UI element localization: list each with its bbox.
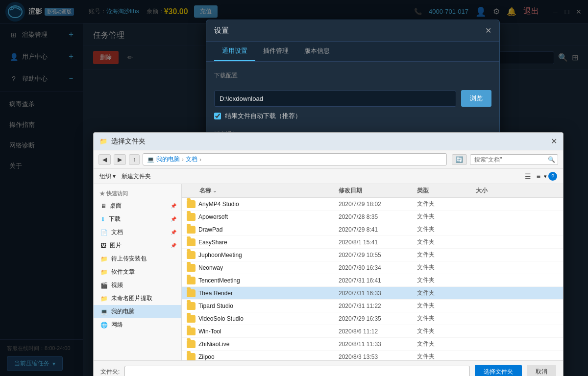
fb-search-input[interactable] (474, 156, 548, 163)
dialog-close-button[interactable]: ✕ (485, 27, 491, 35)
path-computer[interactable]: 我的电脑 (156, 155, 180, 164)
fb-footer-input[interactable] (124, 366, 470, 376)
file-row[interactable]: Neonway 2020/7/30 16:34 文件夹 (182, 261, 563, 274)
col-header-name[interactable]: 名称 ⌄ (182, 187, 339, 195)
file-row[interactable]: Win-Tool 2020/8/6 11:12 文件夹 (182, 325, 563, 338)
fb-search-icon: 🔍 (548, 156, 555, 163)
fb-forward-button[interactable]: ▶ (114, 154, 126, 165)
folder-icon (187, 264, 196, 272)
fb-path-bar: 💻 我的电脑 › 文档 › (143, 153, 447, 165)
folder-icon (187, 315, 196, 323)
sidebar-desktop[interactable]: 🖥 桌面 📌 (94, 199, 181, 212)
file-row[interactable]: ZhiNiaoLive 2020/8/11 11:33 文件夹 (182, 338, 563, 351)
file-name: JuphoonMeeting (182, 251, 339, 259)
fb-action-row: 组织 ▾ 新建文件夹 ☰ ≡ ▾ ? (94, 169, 563, 184)
fb-list-header: 名称 ⌄ 修改日期 类型 大小 (182, 184, 563, 198)
auto-download-checkbox[interactable] (214, 113, 221, 119)
file-row[interactable]: Thea Render 2020/7/31 16:33 文件夹 (182, 287, 563, 300)
sidebar-pictures[interactable]: 🖼 图片 📌 (94, 239, 181, 252)
file-row[interactable]: JuphoonMeeting 2020/7/29 10:55 文件夹 (182, 249, 563, 261)
file-row[interactable]: Tipard Studio 2020/7/31 11:22 文件夹 (182, 300, 563, 312)
quick-access-section: ★ 快速访问 (94, 188, 181, 199)
file-name: VideoSolo Studio (182, 315, 339, 323)
file-row[interactable]: TencentMeeting 2020/7/31 16:41 文件夹 (182, 274, 563, 287)
browse-button[interactable]: 浏览 (461, 90, 491, 107)
pending-upload-icon: 📁 (100, 256, 108, 262)
fb-cancel-button[interactable]: 取消 (527, 365, 556, 376)
tab-general[interactable]: 通用设置 (214, 42, 255, 61)
help-button[interactable]: ? (548, 172, 557, 181)
file-row[interactable]: VideoSolo Studio 2020/7/29 16:35 文件夹 (182, 312, 563, 325)
fb-body: ★ 快速访问 🖥 桌面 📌 ⬇ 下载 📌 📄 文档 📌 🖼 图片 📌 (94, 184, 563, 360)
sidebar-unnamed-image[interactable]: 📁 未命名图片提取 (94, 292, 181, 305)
fb-footer: 文件夹: 选择文件夹 取消 (94, 360, 563, 376)
file-row[interactable]: DrawPad 2020/7/29 8:41 文件夹 (182, 223, 563, 236)
software-articles-label: 软件文章 (111, 268, 135, 276)
file-date: 2020/8/6 11:12 (339, 328, 417, 335)
sidebar-videos[interactable]: 🎬 视频 (94, 279, 181, 292)
view-arrow[interactable]: ▾ (544, 173, 547, 180)
fb-file-list: 名称 ⌄ 修改日期 类型 大小 AnyMP4 Studio 2020/7/29 … (182, 184, 563, 360)
folder-icon (187, 289, 196, 297)
folder-icon (187, 340, 196, 348)
folder-icon (187, 328, 196, 335)
file-type: 文件夹 (417, 276, 476, 284)
sidebar-network[interactable]: 🌐 网络 (94, 318, 181, 331)
pictures-label: 图片 (110, 241, 122, 250)
detail-view-button[interactable]: ≡ (535, 171, 542, 181)
pictures-pin-icon: 📌 (171, 243, 176, 248)
folder-icon (187, 302, 196, 310)
tab-version[interactable]: 版本信息 (296, 42, 338, 61)
network-icon: 🌐 (100, 322, 108, 329)
download-section-title: 下载配置 (214, 71, 491, 83)
fb-navigation-toolbar: ◀ ▶ ↑ 💻 我的电脑 › 文档 › 🔄 🔍 (94, 150, 563, 169)
file-type: 文件夹 (417, 340, 476, 348)
sidebar-software-articles[interactable]: 📁 软件文章 (94, 265, 181, 279)
pictures-icon: 🖼 (100, 242, 106, 249)
folder-icon (187, 213, 196, 221)
path-documents[interactable]: 文档 (186, 155, 197, 164)
file-type: 文件夹 (417, 263, 476, 272)
file-name: Tipard Studio (182, 302, 339, 310)
auto-download-row: 结果文件自动下载（推荐） (214, 112, 491, 120)
file-row[interactable]: EasyShare 2020/8/1 15:41 文件夹 (182, 236, 563, 249)
file-date: 2020/7/29 8:41 (339, 226, 417, 233)
download-path-row: 浏览 (214, 90, 491, 107)
network-label: 网络 (111, 321, 123, 329)
file-date: 2020/8/3 13:53 (339, 353, 417, 360)
col-header-type[interactable]: 类型 (417, 187, 476, 195)
folder-icon (187, 226, 196, 234)
fb-refresh-button[interactable]: 🔄 (452, 154, 467, 165)
fb-back-button[interactable]: ◀ (98, 154, 111, 165)
download-path-input[interactable] (214, 91, 456, 107)
file-name: Ziipoo (182, 353, 339, 361)
file-row[interactable]: Ziipoo 2020/8/3 13:53 文件夹 (182, 351, 563, 360)
file-date: 2020/7/31 16:41 (339, 277, 417, 284)
file-date: 2020/7/31 16:33 (339, 290, 417, 297)
file-type: 文件夹 (417, 327, 476, 335)
fb-close-button[interactable]: ✕ (551, 137, 557, 146)
sidebar-documents[interactable]: 📄 文档 📌 (94, 226, 181, 239)
sidebar-downloads[interactable]: ⬇ 下载 📌 (94, 212, 181, 226)
file-date: 2020/7/28 8:35 (339, 213, 417, 220)
col-header-size[interactable]: 大小 (476, 187, 525, 195)
fb-up-button[interactable]: ↑ (129, 154, 140, 165)
file-row[interactable]: AnyMP4 Studio 2020/7/29 18:02 文件夹 (182, 198, 563, 211)
file-row[interactable]: Apowersoft 2020/7/28 8:35 文件夹 (182, 211, 563, 223)
sidebar-pending-upload[interactable]: 📁 待上传安装包 (94, 252, 181, 265)
documents-label: 文档 (111, 228, 123, 236)
my-computer-icon: 💻 (100, 308, 108, 315)
col-header-date[interactable]: 修改日期 (339, 187, 417, 195)
organize-button[interactable]: 组织 ▾ (99, 172, 116, 181)
tab-plugins[interactable]: 插件管理 (255, 42, 296, 61)
fb-select-button[interactable]: 选择文件夹 (475, 365, 522, 376)
new-folder-button[interactable]: 新建文件夹 (122, 172, 151, 181)
sidebar-my-computer[interactable]: 💻 我的电脑 (94, 305, 181, 318)
videos-label: 视频 (111, 281, 123, 289)
folder-icon (187, 251, 196, 259)
file-date: 2020/7/29 16:35 (339, 315, 417, 322)
file-type: 文件夹 (417, 200, 476, 208)
file-name: Apowersoft (182, 213, 339, 221)
folder-icon (187, 200, 196, 208)
list-view-button[interactable]: ☰ (523, 171, 533, 181)
